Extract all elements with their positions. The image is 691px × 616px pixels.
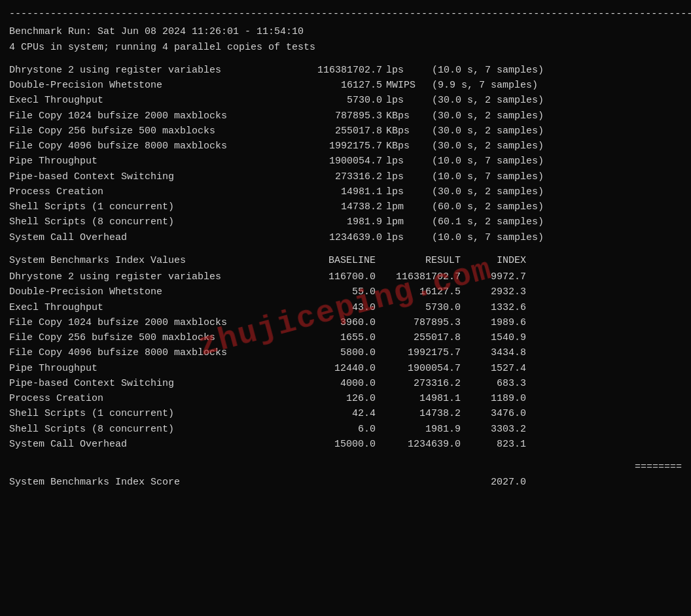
benchmark-info: (60.0 s, 2 samples)	[428, 199, 544, 214]
index-row-index: 3434.8	[461, 345, 526, 360]
benchmark-row: Double-Precision Whetstone16127.5MWIPS(9…	[9, 78, 682, 93]
benchmark-unit: lpm	[382, 214, 428, 230]
index-header-baseline: BASELINE	[297, 253, 376, 268]
index-row-label: File Copy 4096 bufsize 8000 maxblocks	[9, 345, 297, 360]
benchmark-row: System Call Overhead1234639.0lps(10.0 s,…	[9, 230, 682, 245]
benchmark-unit: lps	[382, 184, 428, 199]
benchmarks-section: Dhrystone 2 using register variables1163…	[9, 63, 682, 245]
benchmark-info: (9.9 s, 7 samples)	[428, 78, 538, 93]
index-row-index: 1989.6	[461, 315, 526, 330]
benchmark-value: 5730.0	[297, 93, 382, 108]
benchmark-unit: MWIPS	[382, 78, 428, 93]
index-row-result: 14738.2	[376, 406, 461, 421]
index-data-row: Execl Throughput43.05730.01332.6	[9, 300, 682, 315]
index-row-label: File Copy 256 bufsize 500 maxblocks	[9, 330, 297, 345]
benchmark-value: 255017.8	[297, 124, 382, 139]
benchmark-row: Shell Scripts (8 concurrent)1981.9lpm(60…	[9, 214, 682, 230]
index-row-baseline: 1655.0	[297, 330, 376, 345]
header-section: Benchmark Run: Sat Jun 08 2024 11:26:01 …	[9, 24, 682, 55]
index-row-index: 1332.6	[461, 300, 526, 315]
index-row-index: 683.3	[461, 376, 526, 391]
index-header-index: INDEX	[461, 253, 526, 268]
index-header-row: System Benchmarks Index Values BASELINE …	[9, 253, 682, 268]
index-row-label: Double-Precision Whetstone	[9, 284, 297, 299]
index-data-row: File Copy 256 bufsize 500 maxblocks1655.…	[9, 330, 682, 345]
index-row-baseline: 116700.0	[297, 269, 376, 284]
index-row-result: 14981.1	[376, 391, 461, 406]
index-row-label: Pipe Throughput	[9, 361, 297, 376]
benchmark-unit: lpm	[382, 199, 428, 214]
benchmark-row: File Copy 256 bufsize 500 maxblocks25501…	[9, 124, 682, 139]
benchmark-value: 14738.2	[297, 199, 382, 214]
index-row-baseline: 6.0	[297, 422, 376, 437]
benchmark-unit: lps	[382, 93, 428, 108]
score-value: 2027.0	[297, 475, 526, 490]
index-row-label: Dhrystone 2 using register variables	[9, 269, 297, 284]
index-row-index: 823.1	[461, 437, 526, 452]
benchmark-label: Shell Scripts (8 concurrent)	[9, 214, 297, 230]
benchmark-value: 116381702.7	[297, 63, 382, 78]
index-row-label: Shell Scripts (8 concurrent)	[9, 422, 297, 437]
terminal-output: ----------------------------------------…	[9, 7, 682, 490]
benchmark-info: (30.0 s, 2 samples)	[428, 184, 544, 199]
index-row-baseline: 42.4	[297, 406, 376, 421]
benchmark-label: Double-Precision Whetstone	[9, 78, 297, 93]
benchmark-value: 1992175.7	[297, 139, 382, 154]
index-data-row: Shell Scripts (1 concurrent)42.414738.23…	[9, 406, 682, 421]
benchmark-unit: lps	[382, 154, 428, 169]
index-data-row: System Call Overhead15000.01234639.0823.…	[9, 437, 682, 452]
benchmark-info: (10.0 s, 7 samples)	[428, 154, 544, 169]
index-row-index: 9972.7	[461, 269, 526, 284]
benchmark-value: 1234639.0	[297, 230, 382, 245]
index-row-result: 787895.3	[376, 315, 461, 330]
index-row-index: 1189.0	[461, 391, 526, 406]
equals-row: ========	[9, 460, 682, 475]
benchmark-value: 16127.5	[297, 78, 382, 93]
index-rows: Dhrystone 2 using register variables1167…	[9, 269, 682, 452]
benchmark-row: Process Creation14981.1lps(30.0 s, 2 sam…	[9, 184, 682, 199]
benchmark-label: Shell Scripts (1 concurrent)	[9, 199, 297, 214]
benchmark-row: Shell Scripts (1 concurrent)14738.2lpm(6…	[9, 199, 682, 214]
index-section: System Benchmarks Index Values BASELINE …	[9, 253, 682, 452]
index-row-index: 1527.4	[461, 361, 526, 376]
index-data-row: Dhrystone 2 using register variables1167…	[9, 269, 682, 284]
benchmark-value: 1981.9	[297, 214, 382, 230]
benchmark-info: (10.0 s, 7 samples)	[428, 63, 544, 78]
score-row: System Benchmarks Index Score 2027.0	[9, 475, 682, 490]
benchmark-info: (30.0 s, 2 samples)	[428, 109, 544, 124]
benchmark-label: System Call Overhead	[9, 230, 297, 245]
benchmark-info: (10.0 s, 7 samples)	[428, 169, 544, 184]
header-line1: Benchmark Run: Sat Jun 08 2024 11:26:01 …	[9, 24, 682, 39]
index-row-index: 2932.3	[461, 284, 526, 299]
benchmark-row: File Copy 4096 bufsize 8000 maxblocks199…	[9, 139, 682, 154]
index-row-label: System Call Overhead	[9, 437, 297, 452]
benchmark-unit: KBps	[382, 124, 428, 139]
benchmark-unit: KBps	[382, 139, 428, 154]
index-row-result: 5730.0	[376, 300, 461, 315]
index-row-index: 3303.2	[461, 422, 526, 437]
index-header-result: RESULT	[376, 253, 461, 268]
benchmark-info: (30.0 s, 2 samples)	[428, 139, 544, 154]
index-row-result: 1900054.7	[376, 361, 461, 376]
benchmark-label: File Copy 256 bufsize 500 maxblocks	[9, 124, 297, 139]
benchmark-info: (30.0 s, 2 samples)	[428, 124, 544, 139]
separator-top: ----------------------------------------…	[9, 7, 682, 22]
index-row-label: File Copy 1024 bufsize 2000 maxblocks	[9, 315, 297, 330]
benchmark-info: (60.1 s, 2 samples)	[428, 214, 544, 230]
index-row-baseline: 43.0	[297, 300, 376, 315]
index-row-baseline: 4000.0	[297, 376, 376, 391]
index-data-row: Pipe-based Context Switching4000.0273316…	[9, 376, 682, 391]
benchmark-value: 1900054.7	[297, 154, 382, 169]
index-data-row: File Copy 4096 bufsize 8000 maxblocks580…	[9, 345, 682, 360]
benchmark-label: Pipe-based Context Switching	[9, 169, 297, 184]
index-row-label: Process Creation	[9, 391, 297, 406]
index-row-result: 1234639.0	[376, 437, 461, 452]
index-row-baseline: 15000.0	[297, 437, 376, 452]
benchmark-unit: lps	[382, 63, 428, 78]
benchmark-row: Dhrystone 2 using register variables1163…	[9, 63, 682, 78]
index-data-row: Process Creation126.014981.11189.0	[9, 391, 682, 406]
index-row-baseline: 5800.0	[297, 345, 376, 360]
index-row-index: 3476.0	[461, 406, 526, 421]
index-row-result: 116381702.7	[376, 269, 461, 284]
index-row-label: Pipe-based Context Switching	[9, 376, 297, 391]
